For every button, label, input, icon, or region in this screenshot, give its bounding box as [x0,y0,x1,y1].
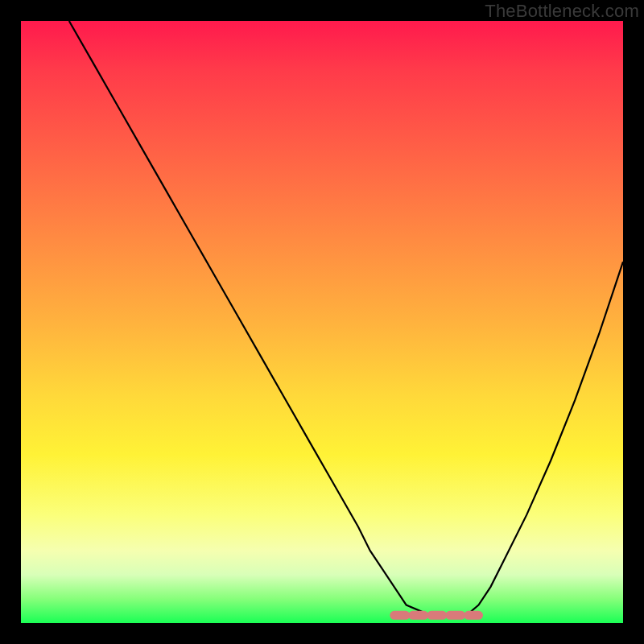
curve-svg [21,21,623,623]
plot-area [21,21,623,623]
watermark-text: TheBottleneck.com [485,1,639,22]
chart-frame: TheBottleneck.com [0,0,644,644]
bottleneck-curve [69,21,623,616]
